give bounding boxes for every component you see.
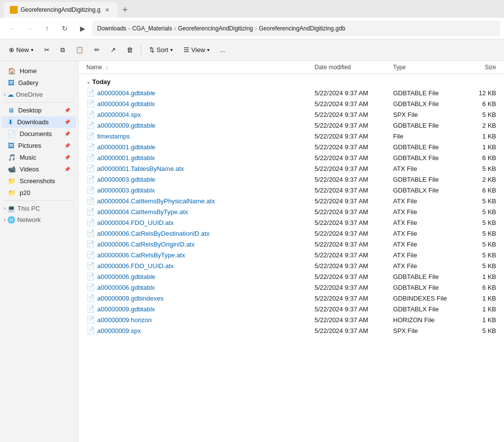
file-icon: 📄 [86, 121, 94, 129]
table-row[interactable]: 📄 a00000004.CatItemsByType.atx 5/22/2024… [79, 206, 504, 217]
sidebar-item-pictures[interactable]: 🖼 Pictures 📌 [2, 140, 76, 151]
sidebar-item-desktop[interactable]: 🖥 Desktop 📌 [2, 105, 76, 116]
sort-label: Sort [157, 46, 168, 54]
file-date: 5/22/2024 9:37 AM [315, 133, 393, 140]
table-row[interactable]: 📄 a00000004.gdbtable 5/22/2024 9:37 AM G… [79, 87, 504, 98]
view-button[interactable]: ☰ View ▾ [179, 42, 214, 58]
sidebar-divider-2 [4, 200, 74, 201]
breadcrumb-item-downloads[interactable]: Downloads [97, 25, 126, 32]
table-row[interactable]: 📄 a00000001.gdbtablx 5/22/2024 9:37 AM G… [79, 152, 504, 163]
breadcrumb-item-gdb[interactable]: GeoreferencingAndDigitizing.gdb [259, 25, 345, 32]
rename-button[interactable]: ✏ [89, 42, 105, 58]
table-row[interactable]: 📄 timestamps 5/22/2024 9:37 AM File 1 KB [79, 131, 504, 141]
sidebar-item-documents[interactable]: 📄 Documents 📌 [2, 128, 76, 139]
table-row[interactable]: 📄 a00000006.CatRelsByDestinationID.atx 5… [79, 228, 504, 239]
file-rows-container: ⌄Today 📄 a00000004.gdbtable 5/22/2024 9:… [79, 74, 504, 336]
file-date: 5/22/2024 9:37 AM [315, 316, 393, 324]
sidebar-label-home: Home [20, 67, 37, 75]
file-name: a00000004.spx [97, 111, 315, 118]
new-button[interactable]: ⊕ New ▾ [4, 42, 38, 58]
table-row[interactable]: 📄 a00000003.gdbtablx 5/22/2024 9:37 AM G… [79, 185, 504, 195]
table-row[interactable]: 📄 a00000006.gdbtablx 5/22/2024 9:37 AM G… [79, 282, 504, 293]
column-name[interactable]: Name ↓ [86, 64, 315, 71]
sidebar-item-home[interactable]: 🏠 Home [2, 65, 76, 77]
table-row[interactable]: 📄 a00000003.gdbtable 5/22/2024 9:37 AM G… [79, 174, 504, 185]
home-icon: 🏠 [8, 67, 16, 75]
table-row[interactable]: 📄 a00000006.CatRelsByType.atx 5/22/2024 … [79, 249, 504, 260]
table-row[interactable]: 📄 a00000009.gdbindexes 5/22/2024 9:37 AM… [79, 293, 504, 304]
sidebar-item-network[interactable]: › 🌐 Network [0, 214, 78, 225]
column-date[interactable]: Date modified [315, 64, 393, 71]
sidebar: 🏠 Home 🖼 Gallery › ☁ OneDrive 🖥 Desktop … [0, 61, 79, 442]
tab-close-button[interactable]: ✕ [104, 6, 111, 14]
file-type: File [393, 133, 457, 140]
onedrive-icon: ☁ [7, 91, 14, 98]
up-button[interactable]: ↑ [39, 21, 55, 36]
paste-button[interactable]: 📋 [71, 42, 88, 58]
copy-button[interactable]: ⧉ [55, 42, 70, 58]
paste-icon: 📋 [76, 46, 83, 54]
file-size: 1 KB [457, 295, 496, 302]
file-size: 5 KB [457, 327, 496, 334]
file-date: 5/22/2024 9:37 AM [315, 111, 393, 118]
table-row[interactable]: 📄 a00000006.FDO_UUID.atx 5/22/2024 9:37 … [79, 260, 504, 271]
file-size: 6 KB [457, 187, 496, 194]
file-date: 5/22/2024 9:37 AM [315, 154, 393, 162]
file-icon: 📄 [86, 251, 94, 259]
thispc-chevron-icon: › [4, 206, 5, 211]
delete-button[interactable]: 🗑 [122, 42, 138, 58]
share-button[interactable]: ↗ [106, 42, 121, 58]
file-type: GDBTABLX File [393, 154, 457, 162]
breadcrumb-item-georef[interactable]: GeoreferencingAndDigitizing [178, 25, 253, 32]
view-chevron-icon: ▾ [207, 47, 210, 53]
file-date: 5/22/2024 9:37 AM [315, 327, 393, 334]
table-row[interactable]: 📄 a00000009.horizon 5/22/2024 9:37 AM HO… [79, 314, 504, 325]
breadcrumb[interactable]: Downloads › CGA_Materials › Georeferenci… [92, 21, 500, 36]
table-row[interactable]: 📄 a00000009.gdbtable 5/22/2024 9:37 AM G… [79, 120, 504, 131]
sidebar-item-gallery[interactable]: 🖼 Gallery [2, 77, 76, 88]
sidebar-item-videos[interactable]: 📹 Videos 📌 [2, 164, 76, 175]
cut-button[interactable]: ✂ [39, 42, 54, 58]
table-row[interactable]: 📄 a00000006.CatRelsByOriginID.atx 5/22/2… [79, 239, 504, 249]
file-size: 5 KB [457, 165, 496, 172]
table-row[interactable]: 📄 a00000004.spx 5/22/2024 9:37 AM SPX Fi… [79, 109, 504, 120]
file-type: GDBTABLE File [393, 176, 457, 183]
refresh-button[interactable]: ↻ [57, 21, 73, 36]
sidebar-item-screenshots[interactable]: 📁 Screenshots [2, 175, 76, 187]
sidebar-item-thispc[interactable]: › 💻 This PC [0, 203, 78, 214]
sidebar-label-p20: p20 [20, 189, 30, 196]
file-icon: 📄 [86, 283, 94, 291]
table-row[interactable]: 📄 a00000004.CatItemsByPhysicalName.atx 5… [79, 195, 504, 206]
sidebar-item-onedrive[interactable]: › ☁ OneDrive [0, 89, 78, 100]
downloads-icon: ⬇ [8, 118, 13, 126]
column-size[interactable]: Size [457, 64, 496, 71]
sidebar-label-network: Network [17, 216, 41, 223]
more-button[interactable]: ... [215, 42, 231, 58]
table-row[interactable]: 📄 a00000001.gdbtable 5/22/2024 9:37 AM G… [79, 141, 504, 152]
file-date: 5/22/2024 9:37 AM [315, 197, 393, 205]
browser-tab[interactable]: GeoreferencingAndDigitizing.g ✕ [4, 2, 117, 18]
forward-button[interactable]: → [22, 21, 37, 36]
sidebar-label-desktop: Desktop [18, 107, 42, 114]
table-row[interactable]: 📄 a00000009.spx 5/22/2024 9:37 AM SPX Fi… [79, 325, 504, 336]
column-type[interactable]: Type [393, 64, 457, 71]
file-date: 5/22/2024 9:37 AM [315, 241, 393, 248]
file-date: 5/22/2024 9:37 AM [315, 219, 393, 226]
table-row[interactable]: 📄 a00000004.FDO_UUID.atx 5/22/2024 9:37 … [79, 217, 504, 228]
sidebar-item-downloads[interactable]: ⬇ Downloads 📌 [2, 116, 76, 128]
file-type: GDBTABLE File [393, 143, 457, 151]
table-row[interactable]: 📄 a00000006.gdbtable 5/22/2024 9:37 AM G… [79, 271, 504, 282]
file-date: 5/22/2024 9:37 AM [315, 262, 393, 270]
sidebar-item-music[interactable]: 🎵 Music 📌 [2, 152, 76, 163]
group-header-0[interactable]: ⌄Today [79, 74, 504, 87]
back-button[interactable]: ← [4, 21, 20, 36]
table-row[interactable]: 📄 a00000001.TablesByName.atx 5/22/2024 9… [79, 163, 504, 174]
breadcrumb-item-cga[interactable]: CGA_Materials [132, 25, 172, 32]
table-row[interactable]: 📄 a00000004.gdbtablx 5/22/2024 9:37 AM G… [79, 98, 504, 109]
table-row[interactable]: 📄 a00000009.gdbtablx 5/22/2024 9:37 AM G… [79, 304, 504, 314]
new-tab-button[interactable]: + [117, 2, 133, 18]
file-date: 5/22/2024 9:37 AM [315, 165, 393, 172]
sidebar-item-p20[interactable]: 📁 p20 [2, 187, 76, 198]
address-dropdown-button[interactable]: ▶ [75, 21, 90, 36]
sort-button[interactable]: ⇅ Sort ▾ [144, 42, 178, 58]
